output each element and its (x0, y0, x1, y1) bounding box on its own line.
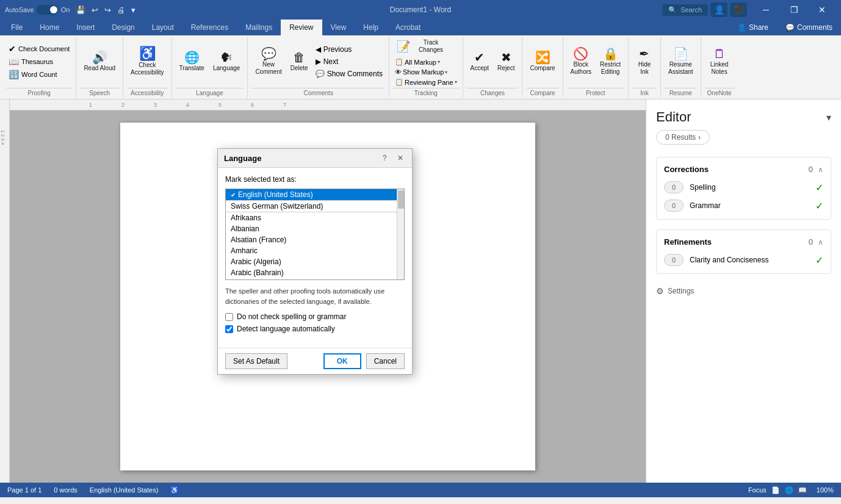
delete-comment-button[interactable]: 🗑 Delete (287, 49, 312, 74)
vertical-ruler: 1 2 3 4 (0, 99, 10, 483)
hide-ink-button[interactable]: ✒ HideInk (632, 45, 657, 78)
tab-insert[interactable]: Insert (68, 20, 103, 35)
user-avatar[interactable]: 👤 (710, 2, 727, 17)
refinements-collapse[interactable]: ∧ (818, 238, 823, 247)
lang-item-arabic-algeria[interactable]: Arabic (Algeria) (226, 256, 404, 267)
tab-acrobat[interactable]: Acrobat (387, 20, 429, 35)
results-arrow: › (698, 133, 701, 142)
ribbon-content: ✔ Check Document 📖 Thesaurus 🔢 Word Coun… (0, 35, 841, 99)
lang-item-amharic[interactable]: Amharic (226, 245, 404, 256)
check-document-button[interactable]: ✔ Check Document (6, 43, 72, 55)
read-mode-icon: 📖 (798, 486, 807, 494)
check-accessibility-button[interactable]: ♿ CheckAccessibility (127, 45, 167, 79)
previous-comment-button[interactable]: ◀ Previous (313, 44, 385, 55)
new-comment-button[interactable]: 💬 NewComment (251, 45, 285, 78)
reject-button[interactable]: ✖ Reject (494, 49, 518, 74)
share-button[interactable]: 👤 Share (729, 20, 777, 35)
spelling-check-icon: ✓ (815, 182, 823, 193)
ok-button[interactable]: OK (323, 353, 361, 369)
tab-review[interactable]: Review (281, 20, 322, 35)
reviewing-pane-dropdown[interactable]: 📋 Reviewing Pane ▾ (393, 77, 459, 87)
save-icon[interactable]: 💾 (73, 4, 88, 16)
restore-button[interactable]: ❒ (780, 0, 808, 20)
cancel-button[interactable]: Cancel (366, 353, 405, 369)
reviewing-pane-caret: ▾ (455, 79, 457, 85)
lang-item-arabic-bahrain[interactable]: Arabic (Bahrain) (226, 267, 404, 278)
detect-language-checkbox[interactable] (225, 325, 233, 333)
search-bar[interactable]: 🔍 Search (662, 4, 708, 16)
language-group-label: Language (176, 88, 244, 98)
lang-item-swiss-german[interactable]: Swiss German (Switzerland) (226, 201, 404, 212)
tab-mailings[interactable]: Mailings (237, 20, 281, 35)
results-count: 0 Results (665, 133, 696, 142)
comments-icon: 💬 (785, 23, 795, 32)
dialog-help-button[interactable]: ? (379, 153, 390, 164)
language-button[interactable]: 🗣 Language (209, 49, 244, 74)
show-markup-icon: 👁 (395, 68, 402, 76)
clarity-check-icon: ✓ (815, 254, 823, 266)
linked-notes-button[interactable]: 🗒 LinkedNotes (707, 45, 732, 78)
undo-icon[interactable]: ↩ (89, 4, 101, 16)
read-aloud-button[interactable]: 🔊 Read Aloud (80, 49, 119, 74)
checkbox-no-spell-row: Do not check spelling or grammar (225, 312, 405, 321)
editor-results-button[interactable]: 0 Results › (656, 130, 710, 145)
tab-view[interactable]: View (322, 20, 355, 35)
dialog-body: Mark selected text as: ✔ English (United… (218, 168, 412, 348)
tab-layout[interactable]: Layout (143, 20, 182, 35)
all-markup-dropdown[interactable]: 📋 All Markup ▾ (393, 57, 442, 67)
redo-icon[interactable]: ↪ (102, 4, 114, 16)
comments-button[interactable]: 💬 Comments (777, 20, 841, 35)
thesaurus-button[interactable]: 📖 Thesaurus (6, 56, 72, 68)
share-label: Share (749, 23, 768, 32)
settings-link[interactable]: ⚙ Settings (656, 286, 831, 296)
lang-item-alsatian[interactable]: Alsatian (France) (226, 234, 404, 245)
restrict-editing-button[interactable]: 🔒 RestrictEditing (596, 45, 624, 78)
lang-item-albanian[interactable]: Albanian (226, 223, 404, 234)
ribbon-group-language: 🌐 Translate 🗣 Language Language (172, 37, 248, 98)
tab-file[interactable]: File (2, 20, 31, 35)
ribbon-display-options[interactable]: ⬛ (730, 2, 747, 17)
compare-group-label: Compare (526, 88, 558, 98)
next-comment-button[interactable]: ▶ Next (313, 56, 385, 67)
translate-button[interactable]: 🌐 Translate (176, 49, 208, 74)
lang-item-english[interactable]: ✔ English (United States) (226, 189, 404, 201)
show-comments-button[interactable]: 💬 Show Comments (313, 68, 385, 79)
resume-assistant-button[interactable]: 📄 ResumeAssistant (665, 45, 697, 78)
language-dialog: Language ? ✕ Mark selected text as: ✔ En… (217, 148, 413, 375)
next-icon: ▶ (316, 57, 321, 66)
ribbon-group-compare: 🔀 Compare Compare (522, 37, 563, 98)
settings-icon: ⚙ (656, 286, 664, 296)
show-markup-dropdown[interactable]: 👁 Show Markup ▾ (393, 68, 449, 76)
accept-button[interactable]: ✔ Accept (467, 49, 493, 74)
close-button[interactable]: ✕ (808, 0, 836, 20)
corrections-collapse[interactable]: ∧ (818, 165, 823, 174)
editor-close-button[interactable]: ▾ (826, 112, 831, 123)
search-icon: 🔍 (668, 6, 677, 14)
track-changes-button[interactable]: 📝 Track Changes (393, 37, 453, 56)
tab-design[interactable]: Design (103, 20, 143, 35)
autosave-state: On (61, 6, 70, 13)
print-icon[interactable]: 🖨 (115, 4, 128, 16)
lang-list-scrollbar[interactable] (397, 189, 404, 279)
set-as-default-button[interactable]: Set As Default (225, 353, 287, 369)
words-info[interactable]: 0 words (54, 486, 78, 494)
no-spell-checkbox[interactable] (225, 313, 233, 321)
tab-references[interactable]: References (182, 20, 237, 35)
tab-help[interactable]: Help (355, 20, 387, 35)
tracking-group-label: Tracking (393, 88, 459, 98)
autosave-toggle[interactable] (37, 5, 59, 15)
compare-button[interactable]: 🔀 Compare (526, 49, 558, 74)
minimize-button[interactable]: ─ (752, 0, 780, 20)
customize-icon[interactable]: ▾ (129, 4, 138, 16)
lang-list-scroll[interactable]: Afrikaans Albanian Alsatian (France) Amh… (226, 212, 404, 279)
language-icon: 🗣 (220, 51, 233, 63)
dialog-close-button[interactable]: ✕ (395, 153, 406, 164)
page-info[interactable]: Page 1 of 1 (7, 486, 42, 494)
block-authors-button[interactable]: 🚫 BlockAuthors (567, 45, 595, 78)
lang-item-afrikaans[interactable]: Afrikaans (226, 212, 404, 223)
language-info[interactable]: English (United States) (90, 486, 159, 494)
word-count-button[interactable]: 🔢 Word Count (6, 68, 72, 81)
print-layout-icon: 📄 (771, 486, 780, 494)
tab-home[interactable]: Home (31, 20, 68, 35)
focus-button[interactable]: Focus (748, 486, 767, 494)
